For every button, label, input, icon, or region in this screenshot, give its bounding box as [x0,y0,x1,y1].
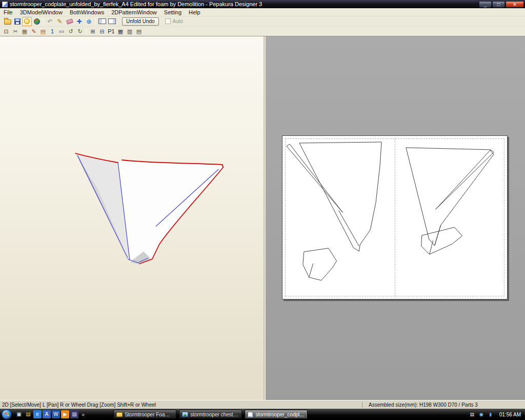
status-hint: 2D [Select/Move] L [Pan] R or Wheel Drag… [0,402,362,408]
toolbar-2d: ⊡ ✂ ▦ ✎ ▤ 1 ▭ ↺ ↻ ⊞ ⊟ P1 ▦ ▥ ▤ [0,27,525,36]
layout-2d-icon [108,18,116,24]
taskbar-button-stormtrooper-chest[interactable]: stormtrooper chest.j... [179,410,242,419]
maximize-button[interactable]: □ [492,1,505,8]
cut-join-icon[interactable]: ✂ [11,27,20,35]
pepakura-icon [248,412,253,417]
window-title: stormtrooper_codplate_unfolded_by_fierfe… [10,1,479,7]
pencil-icon[interactable]: ✎ [55,17,65,26]
taskbar: ▣ ▤ e A W ▶ ▨ » Stormtrooper Foam ... st… [0,409,525,420]
taskbar-buttons: Stormtrooper Foam ... stormtrooper chest… [113,410,308,419]
explorer-icon[interactable]: ▤ [24,410,32,418]
select-move-icon[interactable]: ⊡ [2,27,11,35]
lightbulb-icon [24,18,30,24]
print-icon[interactable]: ▤ [134,27,144,35]
sphere-icon [34,18,40,25]
arrange-parts-icon[interactable]: ⊞ [88,27,97,35]
menu-help[interactable]: Help [185,9,204,16]
taskbar-clock[interactable]: 01:56 AM [496,412,525,417]
folder-icon [116,412,123,417]
tray-volume-icon[interactable]: ▮ [487,411,494,418]
show-desktop-icon[interactable]: ▣ [15,410,23,418]
close-button[interactable]: ✕ [506,1,524,8]
page-one-icon[interactable]: 1 [48,27,57,35]
checkbox-icon [165,18,171,24]
unfold-undo-button[interactable]: Unfold Undo [122,17,159,26]
pan-move-icon[interactable]: ✚ [74,17,84,26]
internet-explorer-icon[interactable]: e [33,410,42,418]
texture-view-icon[interactable] [32,17,42,26]
3d-model-pane[interactable] [0,36,265,400]
save-floppy-icon [14,18,21,25]
title-bar[interactable]: stormtrooper_codplate_unfolded_by_fierfe… [0,0,525,8]
eraser-slot[interactable] [65,17,74,26]
open-icon[interactable] [3,17,12,26]
auto-checkbox[interactable]: Auto [165,18,184,24]
image-icon [182,412,188,417]
save-icon[interactable] [12,17,22,26]
minimize-button[interactable]: _ [479,1,492,8]
quick-launch: ▣ ▤ e A W ▶ ▨ » [15,410,87,418]
window-2d-layout-icon[interactable] [107,17,117,26]
blank-page-icon[interactable]: ▭ [57,27,66,35]
media-player-icon[interactable]: ▶ [61,410,69,418]
menu-2d-pattern-window[interactable]: 2DPatternWindow [108,9,160,16]
app-icon [2,2,8,7]
page-number-icon[interactable]: P1 [107,27,116,35]
status-bar: 2D [Select/Move] L [Pan] R or Wheel Drag… [0,400,525,409]
taskbar-button-label: stormtrooper_codpl... [255,412,304,417]
toolbar-separator [86,28,87,35]
eraser-icon [66,18,73,24]
taskbar-button-label: stormtrooper chest.j... [190,412,239,417]
auto-label: Auto [173,18,184,24]
window-controls: _ □ ✕ [479,1,524,8]
light-toggle-icon[interactable] [22,17,32,26]
paint-icon[interactable]: ✎ [29,27,38,35]
rotate-left-icon[interactable]: ↺ [66,27,75,35]
menu-both-windows[interactable]: BothWindows [66,9,108,16]
menu-bar: File 3DModelWindow BothWindows 2DPattern… [0,8,525,16]
rotate-right-icon[interactable]: ↻ [75,27,85,35]
assembled-size-status: Assembled size(mm): H198 W300 D70 / Part… [362,402,525,408]
pages-icon[interactable]: ▤ [38,27,48,35]
word-icon[interactable]: W [52,410,60,418]
main-area [0,36,525,400]
tray-app-icon[interactable]: ▤ [469,411,476,418]
menu-file[interactable]: File [0,9,16,16]
system-tray: ▤ ◉ ▮ 01:56 AM [469,411,525,418]
codplate-3d-model [0,36,264,398]
pattern-outlines [282,136,507,299]
zoom-icon[interactable]: ⊕ [84,17,94,26]
grid-icon[interactable]: ▦ [116,27,125,35]
photo-editor-icon[interactable]: ▨ [70,410,78,418]
start-button[interactable] [2,409,12,419]
pepakura-designer-window: stormtrooper_codplate_unfolded_by_fierfe… [0,0,525,420]
2d-pattern-pane[interactable] [266,36,525,400]
pattern-page[interactable] [282,135,508,299]
letter-a-app-icon[interactable]: A [43,410,51,418]
open-folder-icon [4,19,11,25]
texture-icon[interactable]: ▦ [20,27,29,35]
taskbar-button-stormtrooper-codplate[interactable]: stormtrooper_codpl... [245,410,308,419]
tray-network-icon[interactable]: ◉ [478,411,485,418]
menu-setting[interactable]: Setting [160,9,185,16]
windows-flag-icon [4,412,9,416]
measure-icon[interactable]: ▥ [125,27,134,35]
window-3d-layout-icon[interactable] [97,17,107,26]
toolbar-separator [95,17,96,25]
toolbar-main: ↶ ✎ ✚ ⊕ Unfold Undo Auto [0,16,525,27]
taskbar-button-stormtrooper-foam[interactable]: Stormtrooper Foam ... [113,410,176,419]
taskbar-button-label: Stormtrooper Foam ... [125,412,173,417]
quicklaunch-overflow-chevron[interactable]: » [79,411,87,417]
arrange-pages-icon[interactable]: ⊟ [97,27,107,35]
undo-icon[interactable]: ↶ [45,17,55,26]
layout-3d-icon [98,18,106,24]
toolbar-separator [43,17,44,25]
menu-3d-model-window[interactable]: 3DModelWindow [16,9,66,16]
